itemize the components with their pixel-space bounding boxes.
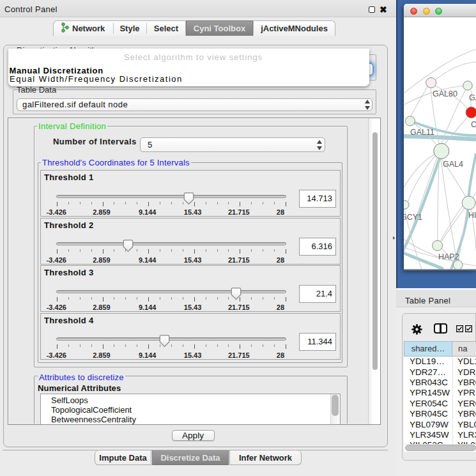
svg-text:HAP2: HAP2: [438, 252, 459, 261]
svg-text:C: C: [471, 120, 476, 129]
svg-text:GAL11: GAL11: [410, 128, 434, 137]
svg-text:GAL80: GAL80: [433, 89, 457, 98]
svg-text:GCY1: GCY1: [404, 213, 422, 222]
svg-text:GAL4: GAL4: [443, 160, 463, 169]
svg-text:HI: HI: [468, 211, 476, 220]
svg-text:GA: GA: [469, 93, 476, 102]
